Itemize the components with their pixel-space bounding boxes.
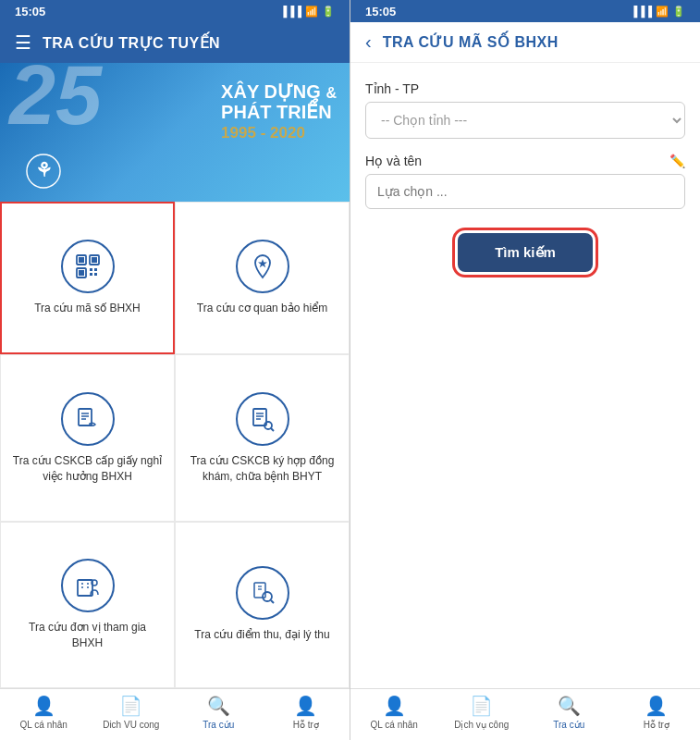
svg-rect-8 (90, 268, 92, 271)
banner-number: 25 (9, 63, 102, 137)
right-status-bar: 15:05 ▐▐▐ 📶 🔋 (350, 0, 700, 22)
left-tab-tra-cuu[interactable]: 🔍 Tra cứu (175, 695, 263, 731)
menu-label-tra-cuu-ma-so: Tra cứu mã số BHXH (34, 301, 141, 316)
right-tab-ht-label: Hỗ trợ (644, 720, 669, 731)
svg-text:⚘: ⚘ (35, 159, 53, 180)
svg-rect-11 (94, 273, 97, 276)
menu-item-tra-cuu-ma-so[interactable]: Tra cứu mã số BHXH (0, 202, 175, 354)
qr-icon (61, 240, 115, 293)
svg-rect-5 (92, 257, 97, 263)
svg-rect-3 (79, 257, 84, 263)
svg-marker-12 (258, 259, 267, 267)
right-tab-dvc-icon: 📄 (470, 695, 493, 717)
left-time: 15:05 (15, 5, 45, 18)
svg-line-31 (271, 600, 274, 603)
edit-icon[interactable]: ✏️ (669, 154, 685, 168)
left-phone-screen: 15:05 ▐▐▐ 📶 🔋 ☰ TRA CỨU TRỰC TUYẾN 25 ⚘ … (0, 0, 350, 740)
right-status-icons: ▐▐▐ 📶 🔋 (631, 6, 685, 18)
doc-hand-icon (61, 392, 115, 446)
tinh-tp-label: Tỉnh - TP (365, 81, 685, 96)
left-top-bar: ☰ TRA CỨU TRỰC TUYẾN (0, 22, 350, 63)
right-tab-dich-vu-cong[interactable]: 📄 Dịch vụ công (438, 695, 526, 731)
menu-item-diem-thu[interactable]: Tra cứu điểm thu, đại lý thu (175, 522, 350, 688)
right-screen-title: TRA CỨU MÃ SỐ BHXH (383, 33, 559, 51)
svg-point-30 (263, 592, 272, 601)
right-tab-ql-icon: 👤 (383, 695, 406, 717)
menu-item-don-vi[interactable]: Tra cứu đơn vị tham gia BHXH (0, 522, 175, 688)
location-star-icon (236, 240, 289, 293)
right-battery-icon: 🔋 (672, 6, 685, 18)
banner-logo: ⚘ (26, 154, 61, 189)
right-tab-ho-tro[interactable]: 👤 Hỗ trợ (613, 695, 701, 731)
right-time: 15:05 (365, 5, 396, 18)
right-tab-ql-ca-nhan[interactable]: 👤 QL cá nhân (350, 695, 438, 731)
search-circle-icon (236, 566, 289, 620)
right-tab-ht-icon: 👤 (645, 695, 668, 717)
banner: 25 ⚘ XÂY DỰNG & PHÁT TRIỂN 1995 - 2020 (0, 63, 350, 202)
right-tab-dvc-label: Dịch vụ công (454, 720, 509, 731)
left-screen-title: TRA CỨU TRỰC TUYẾN (43, 34, 220, 52)
right-phone-screen: 15:05 ▐▐▐ 📶 🔋 ‹ TRA CỨU MÃ SỐ BHXH Tỉnh … (350, 0, 700, 740)
building-person-icon (61, 559, 115, 612)
menu-label-cskcb-hop-dong: Tra cứu CSKCB ký hợp đồng khám, chữa bện… (187, 453, 338, 485)
left-tab-tc-label: Tra cứu (203, 720, 234, 731)
right-tab-tc-icon: 🔍 (558, 695, 581, 717)
left-tab-dvc-icon: 📄 (119, 695, 142, 717)
menu-label-cskcb-giay: Tra cứu CSKCB cấp giấy nghỉ việc hưởng B… (12, 453, 163, 485)
ho-ten-input[interactable] (365, 174, 685, 209)
left-tab-ht-label: Hỗ trợ (293, 720, 319, 731)
left-status-bar: 15:05 ▐▐▐ 📶 🔋 (0, 0, 350, 22)
banner-years: 1995 - 2020 (221, 124, 337, 142)
doc-search-icon (236, 392, 289, 446)
left-tab-bar: 👤 QL cá nhân 📄 Dich VU cong 🔍 Tra cứu 👤 … (0, 688, 350, 740)
hamburger-icon[interactable]: ☰ (15, 31, 31, 54)
tinh-tp-field-group: Tỉnh - TP -- Chọn tỉnh --- (365, 81, 685, 139)
search-button[interactable]: Tìm kiếm (458, 233, 593, 272)
left-tab-ql-icon: 👤 (32, 695, 55, 717)
left-tab-tc-icon: 🔍 (207, 695, 230, 717)
left-tab-ql-label: QL cá nhân (20, 720, 68, 731)
svg-rect-9 (94, 268, 97, 271)
menu-item-cskcb-giay[interactable]: Tra cứu CSKCB cấp giấy nghỉ việc hưởng B… (0, 354, 175, 521)
left-status-icons: ▐▐▐ 📶 🔋 (280, 6, 335, 18)
right-tab-tc-label: Tra cứu (553, 720, 584, 731)
menu-item-cskcb-hop-dong[interactable]: Tra cứu CSKCB ký hợp đồng khám, chữa bện… (175, 354, 350, 521)
left-tab-ho-tro[interactable]: 👤 Hỗ trợ (263, 695, 350, 731)
form-area: Tỉnh - TP -- Chọn tỉnh --- Họ và tên ✏️ … (350, 63, 700, 290)
right-tab-ql-label: QL cá nhân (371, 720, 418, 731)
right-wifi-icon: 📶 (656, 6, 669, 18)
back-button[interactable]: ‹ (365, 31, 372, 53)
signal-icon: ▐▐▐ (280, 6, 301, 17)
menu-label-don-vi: Tra cứu đơn vị tham gia BHXH (12, 620, 163, 651)
menu-label-tra-cuu-co-quan: Tra cứu cơ quan bảo hiểm (197, 301, 327, 316)
banner-line1: XÂY DỰNG & (221, 81, 337, 102)
svg-line-22 (271, 428, 274, 431)
left-tab-ht-icon: 👤 (294, 695, 317, 717)
form-spacer (350, 290, 700, 688)
right-tab-tra-cuu[interactable]: 🔍 Tra cứu (525, 695, 613, 731)
banner-text-block: XÂY DỰNG & PHÁT TRIỂN 1995 - 2020 (221, 81, 337, 142)
svg-rect-29 (254, 583, 265, 598)
right-top-bar: ‹ TRA CỨU MÃ SỐ BHXH (350, 22, 700, 63)
svg-rect-10 (90, 273, 92, 276)
left-tab-dich-vu-cong[interactable]: 📄 Dich VU cong (88, 695, 176, 731)
ho-ten-field-group: Họ và tên ✏️ (365, 154, 685, 209)
left-tab-dvc-label: Dich VU cong (103, 720, 159, 731)
tinh-tp-select[interactable]: -- Chọn tỉnh --- (365, 102, 685, 139)
svg-rect-17 (253, 409, 266, 426)
menu-grid: Tra cứu mã số BHXH Tra cứu cơ quan bảo h… (0, 202, 350, 688)
svg-rect-7 (79, 270, 84, 276)
menu-item-tra-cuu-co-quan[interactable]: Tra cứu cơ quan bảo hiểm (175, 202, 350, 354)
ho-ten-label: Họ và tên ✏️ (365, 154, 685, 168)
battery-icon: 🔋 (322, 6, 335, 18)
right-signal-icon: ▐▐▐ (631, 6, 652, 17)
banner-line2: PHÁT TRIỂN (221, 102, 337, 122)
menu-label-diem-thu: Tra cứu điểm thu, đại lý thu (194, 627, 329, 643)
right-tab-bar: 👤 QL cá nhân 📄 Dịch vụ công 🔍 Tra cứu 👤 … (350, 688, 700, 740)
wifi-icon: 📶 (305, 6, 318, 18)
left-tab-ql-ca-nhan[interactable]: 👤 QL cá nhân (0, 695, 88, 731)
